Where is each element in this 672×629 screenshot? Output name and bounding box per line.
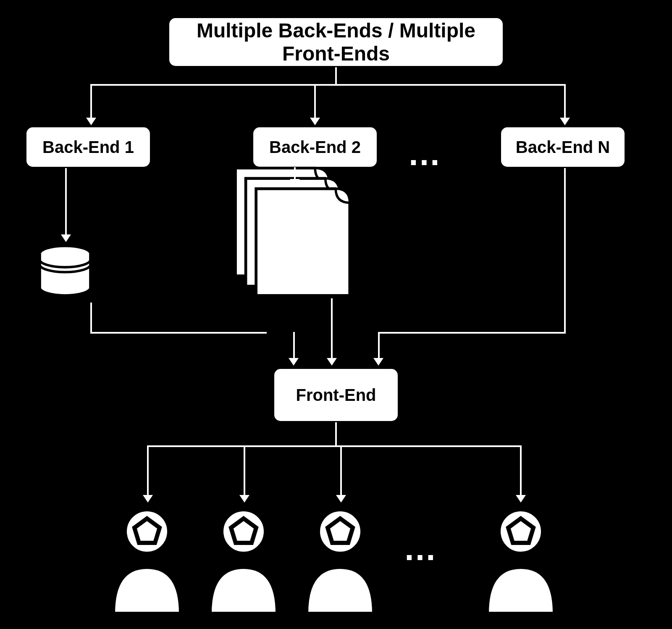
backend-n-node: Back-End N bbox=[500, 126, 626, 168]
database-icon bbox=[34, 244, 97, 303]
frontend-node: Front-End bbox=[273, 368, 399, 422]
user-icon bbox=[479, 508, 563, 618]
backend-1-node: Back-End 1 bbox=[25, 126, 151, 168]
diagram-canvas: Multiple Back-Ends / MultipleFront-Ends … bbox=[0, 0, 672, 629]
user-icon bbox=[202, 508, 286, 618]
user-icon bbox=[298, 508, 382, 618]
backend-2-node: Back-End 2 bbox=[252, 126, 378, 168]
users-ellipsis: … bbox=[403, 529, 437, 568]
users-row: … bbox=[0, 508, 672, 618]
backends-ellipsis: … bbox=[407, 134, 441, 173]
diagram-title: Multiple Back-Ends / MultipleFront-Ends bbox=[168, 17, 504, 67]
user-icon bbox=[105, 508, 189, 618]
